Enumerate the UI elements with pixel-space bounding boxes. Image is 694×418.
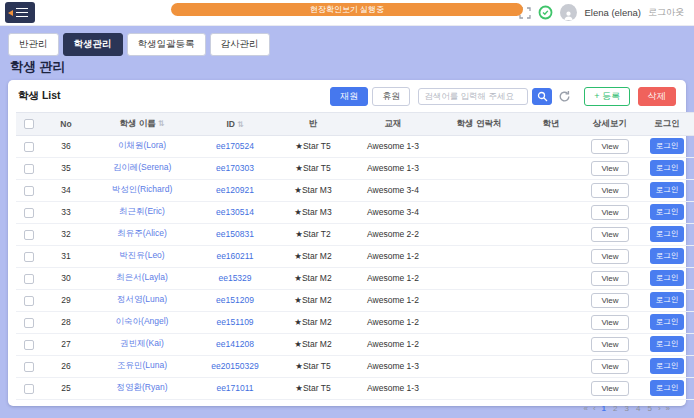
row-checkbox[interactable] <box>24 274 34 284</box>
student-table-body: 36 이채원(Lora) ee170524 ★Star T5 Awesome 1… <box>16 135 694 399</box>
filter-leave-button[interactable]: 휴원 <box>372 87 410 106</box>
view-button[interactable]: View <box>591 139 628 154</box>
login-button[interactable]: 로그인 <box>650 292 685 308</box>
row-class: ★Star M2 <box>276 289 350 311</box>
row-no: 27 <box>42 333 90 355</box>
last-page-button[interactable]: » <box>666 404 670 413</box>
search-input[interactable] <box>418 88 528 105</box>
logout-link[interactable]: 로그아웃 <box>648 6 684 19</box>
row-checkbox[interactable] <box>24 164 34 174</box>
tab-audit-management[interactable]: 감사관리 <box>210 33 270 56</box>
student-id-link[interactable]: ee151109 <box>216 317 253 327</box>
student-id-link[interactable]: ee170524 <box>216 141 254 151</box>
student-name-link[interactable]: 정영환(Ryan) <box>116 382 167 392</box>
row-checkbox[interactable] <box>24 384 34 394</box>
menu-button[interactable] <box>5 2 35 23</box>
row-checkbox[interactable] <box>24 362 34 372</box>
student-id-link[interactable]: ee170303 <box>216 163 254 173</box>
sort-name-icon[interactable]: ⇅ <box>158 119 165 128</box>
green-circle-icon[interactable] <box>538 5 553 20</box>
row-checkbox[interactable] <box>24 296 34 306</box>
col-header-id[interactable]: ID⇅ <box>194 112 276 135</box>
student-name-link[interactable]: 최근휘(Eric) <box>119 206 165 216</box>
page-number[interactable]: 4 <box>635 404 641 413</box>
row-checkbox[interactable] <box>24 186 34 196</box>
view-button[interactable]: View <box>591 315 628 330</box>
row-checkbox[interactable] <box>24 208 34 218</box>
student-id-link[interactable]: ee151209 <box>216 295 254 305</box>
login-button[interactable]: 로그인 <box>650 336 685 352</box>
row-checkbox[interactable] <box>24 230 34 240</box>
select-all-checkbox[interactable] <box>24 119 34 129</box>
student-name-link[interactable]: 박진유(Leo) <box>119 250 164 260</box>
pagination: « ‹ 12345 › » <box>8 400 686 413</box>
view-button[interactable]: View <box>591 359 628 374</box>
tab-student-bulk-register[interactable]: 학생일괄등록 <box>127 33 206 56</box>
login-button[interactable]: 로그인 <box>650 182 685 198</box>
view-button[interactable]: View <box>591 337 628 352</box>
row-checkbox-cell <box>16 179 42 201</box>
page-number[interactable]: 1 <box>601 404 607 413</box>
login-button[interactable]: 로그인 <box>650 138 685 154</box>
login-button[interactable]: 로그인 <box>650 248 685 264</box>
student-name-link[interactable]: 최은서(Layla) <box>116 272 167 282</box>
student-id-link[interactable]: ee141208 <box>216 339 254 349</box>
login-button[interactable]: 로그인 <box>650 270 685 286</box>
sort-id-icon[interactable]: ⇅ <box>237 120 244 129</box>
view-button[interactable]: View <box>591 249 628 264</box>
delete-button[interactable]: 삭제 <box>638 87 676 106</box>
login-button[interactable]: 로그인 <box>650 380 685 396</box>
student-id-link[interactable]: ee20150329 <box>211 361 258 371</box>
first-page-button[interactable]: « <box>583 404 587 413</box>
view-button[interactable]: View <box>591 161 628 176</box>
page-number[interactable]: 2 <box>612 404 618 413</box>
login-button[interactable]: 로그인 <box>650 160 685 176</box>
student-id-link[interactable]: ee120921 <box>216 185 254 195</box>
next-page-button[interactable]: › <box>658 404 661 413</box>
login-button[interactable]: 로그인 <box>650 204 685 220</box>
row-grade <box>522 223 580 245</box>
row-grade <box>522 135 580 157</box>
student-name-link[interactable]: 이채원(Lora) <box>118 140 166 150</box>
row-no: 33 <box>42 201 90 223</box>
view-button[interactable]: View <box>591 205 628 220</box>
row-book: Awesome 1-2 <box>350 289 436 311</box>
student-name-link[interactable]: 정서영(Luna) <box>117 294 167 304</box>
login-button[interactable]: 로그인 <box>650 358 685 374</box>
student-id-link[interactable]: ee15329 <box>218 273 251 283</box>
row-checkbox[interactable] <box>24 318 34 328</box>
student-name-link[interactable]: 이숙아(Angel) <box>116 316 169 326</box>
refresh-icon[interactable] <box>556 88 572 104</box>
student-name-link[interactable]: 조유민(Luna) <box>117 360 167 370</box>
student-name-link[interactable]: 권빈제(Kai) <box>120 338 163 348</box>
filter-enrolled-button[interactable]: 재원 <box>330 87 368 106</box>
student-name-link[interactable]: 최유주(Alice) <box>117 228 167 238</box>
login-button[interactable]: 로그인 <box>650 226 685 242</box>
view-button[interactable]: View <box>591 293 628 308</box>
view-button[interactable]: View <box>591 183 628 198</box>
row-checkbox[interactable] <box>24 142 34 152</box>
view-button[interactable]: View <box>591 271 628 286</box>
view-button[interactable]: View <box>591 227 628 242</box>
student-id-link[interactable]: ee130514 <box>216 207 254 217</box>
login-button[interactable]: 로그인 <box>650 314 685 330</box>
top-header: 현장확인보기 실행중 Elena (elena) 로그아웃 <box>0 0 694 26</box>
search-button[interactable] <box>532 88 552 105</box>
page-number[interactable]: 3 <box>624 404 630 413</box>
tab-class-management[interactable]: 반관리 <box>8 33 59 56</box>
tab-student-management[interactable]: 학생관리 <box>63 33 123 56</box>
row-checkbox[interactable] <box>24 252 34 262</box>
student-name-link[interactable]: 김이레(Serena) <box>113 162 172 172</box>
col-header-name[interactable]: 학생 이름⇅ <box>90 112 194 135</box>
student-id-link[interactable]: ee160211 <box>216 251 253 261</box>
row-class: ★Star M2 <box>276 311 350 333</box>
page-number[interactable]: 5 <box>646 404 652 413</box>
register-button[interactable]: + 등록 <box>584 87 630 106</box>
view-button[interactable]: View <box>591 381 628 396</box>
row-checkbox[interactable] <box>24 340 34 350</box>
col-header-no: No <box>42 112 90 135</box>
prev-page-button[interactable]: ‹ <box>593 404 596 413</box>
student-name-link[interactable]: 박성인(Richard) <box>112 184 172 194</box>
student-id-link[interactable]: ee171011 <box>216 383 253 393</box>
student-id-link[interactable]: ee150831 <box>216 229 254 239</box>
